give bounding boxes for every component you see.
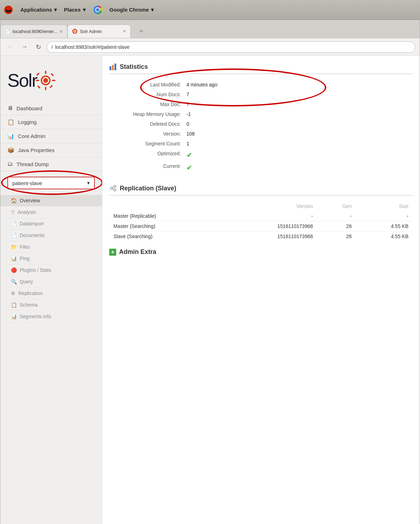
- admin-extra-plus-icon: +: [109, 249, 116, 256]
- statistics-header: Statistics: [109, 63, 413, 74]
- statistics-chart-icon: [109, 63, 117, 71]
- sub-nav-files[interactable]: 📁 Files: [0, 241, 102, 253]
- svg-rect-16: [37, 85, 41, 89]
- replication-header: Replication (Slave): [109, 184, 413, 196]
- svg-rect-15: [51, 73, 54, 77]
- segments-icon: 📊: [11, 314, 17, 319]
- tab-favicon-localhost: 📄: [5, 29, 11, 34]
- sub-nav-documents[interactable]: 📄 Documents: [0, 230, 102, 241]
- replication-col-gen: Gen: [317, 201, 356, 211]
- replication-master-replicable-version: -: [221, 211, 317, 221]
- current-check-icon: ✔: [186, 163, 192, 172]
- heap-memory-value: -1: [186, 111, 191, 117]
- deleted-docs-value: 0: [186, 121, 189, 127]
- replication-master-replicable-gen: -: [317, 211, 356, 221]
- address-text: localhost:8983/solr/#/patient-slave: [55, 44, 130, 50]
- sub-nav-plugins-stats[interactable]: 🔴 Plugins / Stats: [0, 264, 102, 276]
- back-button[interactable]: ←: [5, 41, 16, 53]
- sidebar-item-dashboard[interactable]: 🖥 Dashboard: [0, 101, 102, 115]
- segment-count-label: Segment Count:: [109, 141, 186, 146]
- svg-point-19: [43, 78, 48, 83]
- replication-master-searching-name: Master (Searching): [109, 221, 221, 231]
- replication-slave-searching-size: 4.55 KB: [356, 231, 413, 242]
- replication-table: Version Gen Size Master (Replicable) - -…: [109, 201, 413, 241]
- stats-row-heap-memory: Heap Memory Usage: -1: [109, 109, 413, 119]
- chrome-menu[interactable]: Google Chrome ▾: [110, 7, 154, 13]
- forward-button[interactable]: →: [19, 41, 30, 53]
- svg-rect-13: [52, 80, 55, 81]
- svg-point-23: [110, 187, 112, 189]
- admin-extra-title: Admin Extra: [119, 248, 156, 256]
- sub-nav-overview[interactable]: 🏠 Overview: [0, 195, 102, 207]
- tab-localhost[interactable]: 📄 localhost:8090/emer... ✕: [0, 25, 67, 38]
- max-doc-value: 7: [186, 101, 189, 107]
- segment-count-value: 1: [186, 141, 189, 146]
- analysis-icon: ▽: [11, 209, 15, 215]
- sidebar: Solr: [0, 56, 102, 524]
- applications-menu[interactable]: Applications ▾: [20, 7, 57, 13]
- dropdown-arrow-icon: ▾: [87, 180, 90, 186]
- sub-nav-segments-info[interactable]: 📊 Segments info: [0, 311, 102, 322]
- svg-rect-22: [114, 64, 116, 70]
- sub-nav: 🏠 Overview ▽ Analysis 📄 Dataimport 📄 Doc…: [0, 195, 102, 322]
- svg-rect-12: [36, 80, 39, 81]
- query-icon: 🔍: [11, 279, 17, 284]
- sub-nav-ping[interactable]: 📊 Ping: [0, 253, 102, 264]
- tab-favicon-solr: [72, 28, 78, 34]
- reload-button[interactable]: ↻: [33, 41, 44, 53]
- replication-col-version: Version: [221, 201, 317, 211]
- overview-icon: 🏠: [11, 198, 17, 203]
- replication-master-replicable-size: -: [356, 211, 413, 221]
- sub-nav-replication[interactable]: ⚙ Replication: [0, 288, 102, 299]
- sidebar-item-thread-dump[interactable]: 🗂 Thread Dump: [0, 157, 102, 171]
- tab-close-localhost[interactable]: ✕: [59, 29, 63, 34]
- os-logo-icon: [4, 5, 13, 15]
- svg-rect-21: [112, 65, 114, 70]
- last-modified-label: Last Modified:: [109, 82, 186, 87]
- svg-rect-17: [50, 85, 53, 88]
- svg-rect-10: [45, 71, 46, 74]
- chrome-window: 📄 localhost:8090/emer... ✕ Solr Admin ✕ …: [0, 20, 420, 524]
- version-value: 108: [186, 131, 195, 137]
- new-tab-button[interactable]: +: [131, 25, 152, 38]
- replication-slave-searching-gen: 26: [317, 231, 356, 242]
- sidebar-item-logging[interactable]: 📋 Logging: [0, 115, 102, 129]
- optimized-label: Optimized:: [109, 151, 186, 159]
- replication-master-searching-gen: 26: [317, 221, 356, 231]
- replication-slave-searching-name: Slave (Searching): [109, 231, 221, 242]
- solr-sun-icon: [35, 70, 56, 91]
- svg-point-5: [96, 8, 99, 12]
- tab-solr-admin[interactable]: Solr Admin ✕: [67, 25, 131, 38]
- stats-row-last-modified: Last Modified: 4 minutes ago: [109, 80, 413, 90]
- sidebar-item-java-properties[interactable]: 📦 Java Properties: [0, 143, 102, 157]
- replication-master-searching-version: 1516110173968: [221, 221, 317, 231]
- core-select-display[interactable]: patient-slave ▾: [7, 177, 95, 189]
- chrome-toolbar: ← → ↻ ℹ localhost:8983/solr/#/patient-sl…: [0, 38, 420, 56]
- stats-row-segment-count: Segment Count: 1: [109, 139, 413, 149]
- plugins-icon: 🔴: [11, 267, 17, 273]
- os-taskbar: Applications ▾ Places ▾ Google Chrome ▾: [0, 0, 420, 20]
- sub-nav-query[interactable]: 🔍 Query: [0, 276, 102, 288]
- java-properties-icon: 📦: [7, 147, 14, 153]
- replication-icon: ⚙: [11, 290, 15, 296]
- logging-icon: 📋: [7, 119, 14, 125]
- sub-nav-analysis[interactable]: ▽ Analysis: [0, 207, 102, 218]
- tab-close-solr[interactable]: ✕: [123, 29, 126, 34]
- thread-dump-icon: 🗂: [7, 161, 13, 167]
- security-icon: ℹ: [51, 45, 53, 50]
- replication-slave-searching-version: 1516110173968: [221, 231, 317, 242]
- sub-nav-schema[interactable]: 📋 Schema: [0, 299, 102, 311]
- admin-extra-section: + Admin Extra: [109, 248, 413, 256]
- replication-icon-header: [109, 184, 117, 192]
- address-bar[interactable]: ℹ localhost:8983/solr/#/patient-slave: [47, 41, 415, 53]
- optimized-check-icon: ✔: [186, 151, 192, 159]
- replication-section: Replication (Slave) Version Gen Size M: [109, 184, 413, 241]
- sidebar-item-core-admin[interactable]: 📊 Core Admin: [0, 129, 102, 143]
- solr-logo-text: Solr: [7, 71, 37, 90]
- stats-row-deleted-docs: Deleted Docs: 0: [109, 119, 413, 129]
- sub-nav-dataimport[interactable]: 📄 Dataimport: [0, 218, 102, 230]
- places-menu[interactable]: Places ▾: [64, 7, 86, 13]
- svg-point-8: [74, 31, 76, 32]
- svg-rect-11: [45, 87, 46, 90]
- svg-point-25: [114, 189, 116, 191]
